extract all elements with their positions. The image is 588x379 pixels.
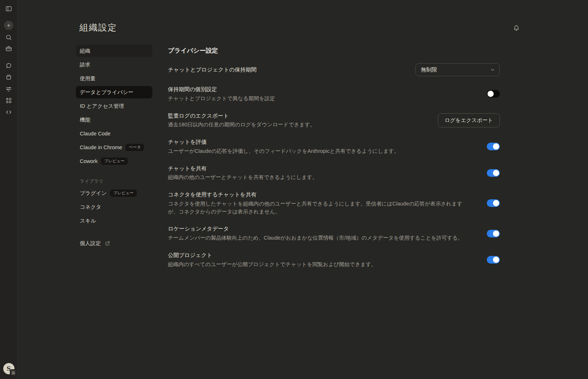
code-icon[interactable] [4,108,13,117]
location-metadata-toggle[interactable] [487,230,500,237]
setting-row-location-metadata: ロケーションメタデータ チームメンバーの製品体験向上のため、Claudeがおおま… [168,225,500,242]
setting-title: 公開プロジェクト [168,251,377,259]
retention-period-select[interactable]: 無制限 [415,63,500,76]
beta-badge: ベータ [126,144,144,151]
setting-description: 組織内のすべてのユーザーが公開プロジェクトでチャットを閲覧および開始できます。 [168,261,377,269]
nav-item-billing[interactable]: 請求 [76,58,152,71]
connectors-sliders-icon[interactable] [4,85,13,93]
page-title: 組織設定 [79,22,117,33]
setting-title: チャットを評価 [168,138,399,146]
archive-icon[interactable] [4,73,13,82]
section-heading: プライバシー設定 [168,46,500,55]
setting-title: コネクタを使用するチャットを共有 [168,191,471,199]
setting-row-audit-log-export: 監査ログのエクスポート 過去180日以内の任意の期間のログをダウンロードできます… [168,112,500,129]
nav-item-features[interactable]: 機能 [76,114,152,126]
nav-item-data-privacy[interactable]: データとプライバシー [76,86,152,98]
setting-row-share-chats: チャットを共有 組織内の他のユーザーとチャットを共有できるようにします。 [168,164,500,182]
rate-chats-toggle[interactable] [487,143,500,150]
nav-item-connectors[interactable]: コネクタ [76,201,152,213]
custom-retention-toggle[interactable] [487,90,500,98]
setting-title: ロケーションメタデータ [168,225,463,233]
setting-description: 組織内の他のユーザーとチャットを共有できるようにします。 [168,174,317,182]
setting-title: 監査ログのエクスポート [168,112,315,120]
toggle-knob [493,257,499,263]
public-projects-toggle[interactable] [487,256,500,264]
toggle-knob [493,170,499,176]
external-link-icon [105,241,110,246]
organization-badge-icon [10,369,17,376]
setting-row-rate-chats: チャットを評価 ユーザーがClaudeの応答を評価し、そのフィードバックをAnt… [168,138,500,155]
toggle-knob [493,200,499,206]
setting-description: チャットとプロジェクトで異なる期間を設定 [168,95,275,103]
preview-badge: プレビュー [101,158,128,164]
settings-nav: 組織 請求 使用量 データとプライバシー ID とアクセス管理 機能 Claud… [76,45,152,251]
chevron-down-icon [490,67,496,73]
nav-item-organization[interactable]: 組織 [76,45,152,57]
nav-item-identity-access[interactable]: ID とアクセス管理 [76,100,152,112]
setting-row-custom-retention: 保持期間の個別設定 チャットとプロジェクトで異なる期間を設定 [168,85,500,103]
setting-title: 保持期間の個別設定 [168,85,275,93]
apps-shapes-icon[interactable] [4,96,13,105]
setting-title: チャットを共有 [168,164,317,172]
toggle-knob [493,143,499,150]
chats-icon[interactable] [4,61,13,70]
preview-badge: プレビュー [110,190,137,196]
setting-description: コネクタを使用したチャットを組織内の他のユーザーと共有できるようにします。受信者… [168,200,471,216]
notifications-bell-icon[interactable] [511,23,521,33]
user-avatar[interactable]: S [3,363,15,374]
share-chats-toggle[interactable] [487,169,500,177]
search-icon[interactable] [4,33,13,42]
export-logs-button[interactable]: ログをエクスポート [438,113,500,127]
share-connector-chats-toggle[interactable] [487,199,500,207]
nav-item-claude-code[interactable]: Claude Code [76,127,152,140]
library-section-label: ライブラリ [80,178,152,184]
select-value: 無制限 [421,66,437,73]
setting-description: 過去180日以内の任意の期間のログをダウンロードできます。 [168,121,315,129]
nav-item-cowork[interactable]: Cowork プレビュー [76,155,152,167]
nav-item-usage[interactable]: 使用量 [76,72,152,85]
new-chat-button[interactable] [4,21,13,30]
nav-item-plugins[interactable]: プラグイン プレビュー [76,187,152,199]
privacy-settings-panel: プライバシー設定 チャットとプロジェクトの保持期間 無制限 保持期間の個別設定 … [168,46,500,277]
setting-row-share-connector-chats: コネクタを使用するチャットを共有 コネクタを使用したチャットを組織内の他のユーザ… [168,191,500,216]
toggle-knob [493,231,499,237]
sidebar-toggle-icon[interactable] [4,4,13,13]
setting-description: チームメンバーの製品体験向上のため、Claudeがおおまかな位置情報（市/地域）… [168,234,463,242]
setting-row-retention-period: チャットとプロジェクトの保持期間 無制限 [168,63,500,76]
nav-item-personal-settings[interactable]: 個人設定 [76,237,152,249]
nav-item-claude-in-chrome[interactable]: Claude in Chrome ベータ [76,141,152,154]
setting-title: チャットとプロジェクトの保持期間 [168,66,256,74]
workspace-briefcase-icon[interactable] [4,44,13,53]
toggle-knob [488,91,494,97]
nav-item-skills[interactable]: スキル [76,215,152,227]
icon-rail: S [0,0,18,379]
setting-row-public-projects: 公開プロジェクト 組織内のすべてのユーザーが公開プロジェクトでチャットを閲覧およ… [168,251,500,269]
setting-description: ユーザーがClaudeの応答を評価し、そのフィードバックをAnthropicと共… [168,147,399,155]
